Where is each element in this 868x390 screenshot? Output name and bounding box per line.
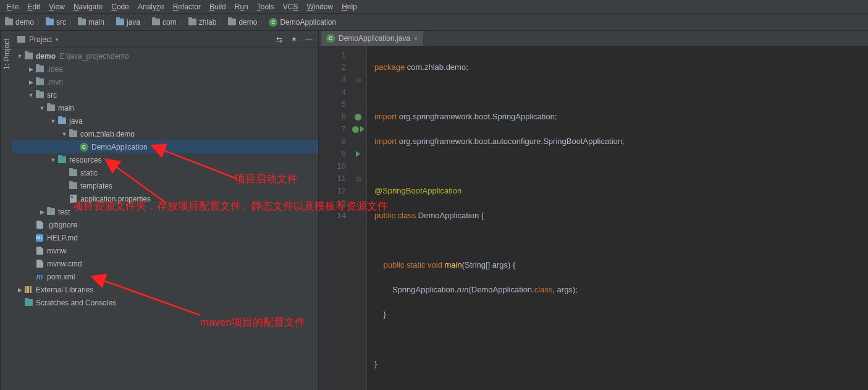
- folder-icon: [69, 169, 77, 176]
- tree-main[interactable]: ▼main: [12, 101, 318, 114]
- menu-code[interactable]: Code: [107, 1, 133, 12]
- tree-src[interactable]: ▼src: [12, 88, 318, 101]
- menu-navigate[interactable]: Navigate: [69, 1, 107, 12]
- chevron-right-icon: 〉: [141, 17, 151, 27]
- line-number-gutter: 1234567891011121314: [319, 46, 350, 390]
- tree-mvnwcmd[interactable]: mvnw.cmd: [12, 257, 318, 270]
- tree-pom[interactable]: mpom.xml: [12, 270, 318, 283]
- folder-icon: [36, 91, 44, 98]
- project-view-icon: [17, 36, 25, 43]
- breadcrumb-bar: demo 〉 src 〉 main 〉 java 〉 com 〉 zhlab 〉…: [0, 14, 868, 31]
- tree-package[interactable]: ▼com.zhlab.demo: [12, 127, 318, 140]
- class-icon: C: [326, 34, 335, 43]
- project-panel: Project ▾ ⇆ ✶ — ▼demoE:\java_project\dem…: [12, 31, 319, 390]
- editor-tabs: C DemoApplication.java ×: [319, 31, 868, 46]
- tree-mvn[interactable]: ▶.mvn: [12, 75, 318, 88]
- run-gutter-icon[interactable]: [360, 126, 364, 132]
- file-icon: [36, 221, 43, 229]
- menu-file[interactable]: File: [2, 1, 23, 12]
- crumb-zhlab[interactable]: zhlab: [188, 18, 217, 27]
- menu-refactor[interactable]: Refactor: [169, 1, 205, 12]
- markdown-file-icon: M↓: [36, 234, 43, 242]
- folder-icon: [228, 19, 236, 25]
- menu-view[interactable]: View: [44, 1, 69, 12]
- file-icon: [36, 260, 43, 268]
- class-icon: C: [80, 143, 88, 151]
- editor-body: 1234567891011121314 ⊟ ⊟ package com.zhla…: [319, 46, 868, 390]
- tree-resources[interactable]: ▼resources: [12, 153, 318, 166]
- project-tree[interactable]: ▼demoE:\java_project\demo ▶.idea ▶.mvn ▼…: [12, 48, 318, 390]
- settings-gear-icon[interactable]: ✶: [290, 35, 298, 44]
- spring-boot-icon[interactable]: [355, 114, 361, 121]
- menu-build[interactable]: Build: [205, 1, 230, 12]
- properties-file-icon: [70, 195, 77, 203]
- source-folder-icon: [58, 117, 66, 124]
- folder-icon: [5, 19, 13, 25]
- tree-idea[interactable]: ▶.idea: [12, 62, 318, 75]
- crumb-demo[interactable]: demo: [5, 18, 34, 27]
- menu-help[interactable]: Help: [337, 1, 361, 12]
- tab-demoapplication[interactable]: C DemoApplication.java ×: [321, 31, 423, 46]
- menu-edit[interactable]: Edit: [23, 1, 44, 12]
- main-area: 1: Project Project ▾ ⇆ ✶ — ▼demoE:\java_…: [0, 31, 868, 390]
- project-tool-tab[interactable]: 1: Project: [1, 35, 12, 74]
- chevron-right-icon: 〉: [106, 17, 115, 27]
- folder-icon: [36, 66, 44, 72]
- tree-help[interactable]: M↓HELP.md: [12, 231, 318, 244]
- folder-icon: [47, 208, 55, 215]
- folder-icon: [46, 19, 54, 25]
- folder-icon: [152, 19, 160, 25]
- chevron-right-icon: 〉: [35, 17, 44, 27]
- crumb-src[interactable]: src: [46, 18, 66, 27]
- tree-demoapp[interactable]: CDemoApplication: [12, 140, 318, 153]
- crumb-com[interactable]: com: [152, 18, 177, 27]
- package-icon: [69, 130, 77, 137]
- tree-scratches[interactable]: Scratches and Consoles: [12, 296, 318, 309]
- project-panel-title: Project: [29, 35, 52, 44]
- left-tool-strip: 1: Project: [0, 31, 12, 390]
- resources-folder-icon: [58, 156, 66, 163]
- folder-icon: [188, 19, 196, 25]
- dropdown-chevron-icon[interactable]: ▾: [56, 36, 59, 43]
- spring-boot-icon[interactable]: [352, 126, 359, 133]
- folder-icon: [78, 19, 86, 25]
- menu-analyze[interactable]: Analyze: [133, 1, 169, 12]
- folder-icon: [47, 104, 55, 111]
- folder-icon: [36, 78, 44, 85]
- tree-templates[interactable]: templates: [12, 179, 318, 192]
- tree-extlib[interactable]: ▶External Libraries: [12, 283, 318, 296]
- chevron-right-icon: 〉: [178, 17, 187, 27]
- tree-appprops[interactable]: application.properties: [12, 192, 318, 205]
- tree-root[interactable]: ▼demoE:\java_project\demo: [12, 49, 318, 62]
- maven-file-icon: m: [36, 273, 43, 281]
- class-icon: C: [269, 18, 277, 27]
- code-area[interactable]: package com.zhlab.demo; import org.sprin…: [367, 46, 868, 390]
- menu-run[interactable]: Run: [230, 1, 253, 12]
- tab-label: DemoApplication.java: [339, 34, 410, 43]
- crumb-class[interactable]: CDemoApplication: [269, 18, 336, 27]
- chevron-right-icon: 〉: [67, 17, 77, 27]
- hide-panel-icon[interactable]: —: [305, 35, 313, 44]
- menu-window[interactable]: Window: [302, 1, 337, 12]
- menu-vcs[interactable]: VCS: [279, 1, 303, 12]
- libraries-icon: [25, 286, 33, 293]
- tree-test[interactable]: ▶test: [12, 205, 318, 218]
- tree-static[interactable]: static: [12, 166, 318, 179]
- menu-tools[interactable]: Tools: [253, 1, 279, 12]
- folder-icon: [69, 182, 77, 189]
- folder-icon: [116, 19, 124, 25]
- project-panel-header: Project ▾ ⇆ ✶ —: [12, 31, 318, 48]
- tree-gitignore[interactable]: .gitignore: [12, 218, 318, 231]
- file-icon: [36, 247, 43, 255]
- run-gutter-icon[interactable]: [356, 151, 360, 157]
- tree-java[interactable]: ▼java: [12, 114, 318, 127]
- close-tab-icon[interactable]: ×: [414, 35, 418, 42]
- collapse-all-icon[interactable]: ⇆: [275, 35, 284, 44]
- menu-bar: File Edit View Navigate Code Analyze Ref…: [0, 0, 868, 14]
- crumb-java[interactable]: java: [116, 18, 140, 27]
- tree-mvnw[interactable]: mvnw: [12, 244, 318, 257]
- scratches-icon: [25, 299, 33, 306]
- chevron-right-icon: 〉: [217, 17, 227, 27]
- crumb-demo2[interactable]: demo: [228, 18, 257, 27]
- crumb-main[interactable]: main: [78, 18, 104, 27]
